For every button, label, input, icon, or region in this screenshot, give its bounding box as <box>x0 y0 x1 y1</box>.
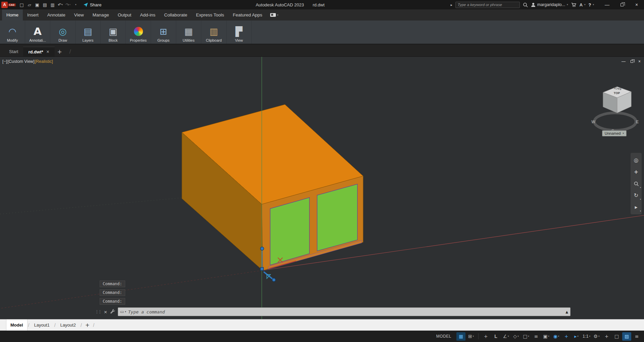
annotation-scale-button[interactable]: 1:1 ▾ <box>582 332 591 341</box>
save-as-button[interactable]: ▤ <box>41 1 49 8</box>
command-drag-handle[interactable]: ⋮⋮ <box>95 309 101 314</box>
share-button[interactable]: Share <box>83 2 102 7</box>
ribbon-panel-annotation[interactable]: A Annotati... <box>25 20 50 44</box>
user-caret-icon[interactable]: ▾ <box>567 3 568 6</box>
zoom-caret-icon[interactable]: ▾ <box>640 186 641 188</box>
ucs-dropdown[interactable]: Unnamed ▾ <box>602 130 627 136</box>
new-file-button[interactable]: □ <box>18 1 26 8</box>
customization-menu-button[interactable]: ≡ <box>632 332 641 341</box>
viewcube[interactable]: W S E BACK TOP <box>591 86 639 133</box>
isodraft-toggle[interactable]: ◇ ▾ <box>511 332 521 341</box>
grip-point-end[interactable] <box>272 278 276 282</box>
osnap-3d-caret-icon[interactable]: ▾ <box>558 335 559 338</box>
lineweight-toggle[interactable]: ≡ <box>532 332 541 341</box>
polar-tracking-toggle[interactable]: ∠ ▾ <box>501 332 510 341</box>
dynamic-ucs-toggle[interactable]: + <box>562 332 571 341</box>
model-space-label[interactable]: MODEL <box>436 334 451 339</box>
ribbon-display-toggle[interactable]: ▾ <box>267 9 282 20</box>
search-box[interactable] <box>455 2 520 8</box>
redo-button[interactable]: ↷ ▾ <box>64 1 72 8</box>
navbar-show-motion[interactable]: ▸ ▾ <box>631 201 642 213</box>
compass-west[interactable]: W <box>591 120 595 124</box>
ribbon-panel-clipboard[interactable]: ▥ Clipboard <box>201 20 227 44</box>
command-input-field[interactable]: ▭ ▾ ▲ <box>118 307 571 316</box>
graphics-performance-toggle[interactable]: ▨ <box>622 332 631 341</box>
viewport-close-icon[interactable]: × <box>638 59 641 64</box>
ribbon-panel-block[interactable]: ▣ Block <box>101 20 126 44</box>
ortho-toggle[interactable]: L <box>491 332 500 341</box>
undo-caret-icon[interactable]: ▾ <box>62 3 63 6</box>
viewport-minimize-control[interactable]: [−] <box>2 59 7 64</box>
navbar-orbit[interactable]: ↻ ▾ <box>631 189 642 201</box>
ribbon-tab-home[interactable]: Home <box>2 9 23 20</box>
object-snap-toggle[interactable]: □ ▾ <box>522 332 531 341</box>
viewport-view-control[interactable]: [Custom View] <box>7 59 34 64</box>
ribbon-tab-express-tools[interactable]: Express Tools <box>192 9 229 20</box>
orbit-caret-icon[interactable]: ▾ <box>640 198 641 200</box>
ribbon-tab-featured-apps[interactable]: Featured Apps <box>229 9 267 20</box>
close-button[interactable]: × <box>629 0 644 9</box>
annotation-scale-caret-icon[interactable]: ▾ <box>589 335 590 338</box>
visual-style-control[interactable]: [Realistic] <box>35 59 53 64</box>
open-file-button[interactable]: ▱ <box>26 1 33 8</box>
ribbon-panel-properties[interactable]: Properties <box>126 20 151 44</box>
command-input[interactable] <box>128 309 564 314</box>
navbar-pan[interactable]: + <box>631 166 642 178</box>
ribbon-display-caret-icon[interactable]: ▾ <box>277 14 279 16</box>
autodesk-app-menu[interactable]: A ▾ <box>580 2 586 7</box>
viewcube-compass-ring[interactable] <box>594 113 636 130</box>
new-drawing-tab-button[interactable]: + <box>55 47 65 56</box>
minimize-button[interactable]: — <box>600 0 614 9</box>
ribbon-panel-layers[interactable]: ▤ Layers <box>76 20 101 44</box>
plot-button[interactable]: ▥ <box>49 1 56 8</box>
ribbon-tab-add-ins[interactable]: Add-ins <box>136 9 160 20</box>
layout-tab-layout2[interactable]: Layout2 <box>56 319 80 331</box>
navbar-zoom[interactable]: ▾ <box>631 178 642 189</box>
command-options-button[interactable]: ▭ ▾ <box>120 309 126 314</box>
selection-cycling-toggle[interactable]: ▣ ▾ <box>542 332 551 341</box>
infer-constraints-toggle[interactable]: + <box>481 332 490 341</box>
grid-toggle[interactable]: ▦ <box>456 332 465 341</box>
layout-tab-layout1[interactable]: Layout1 <box>30 319 53 331</box>
search-expand-arrow[interactable]: ▸ <box>451 3 452 7</box>
save-button[interactable]: ▣ <box>34 1 41 8</box>
ribbon-tab-view[interactable]: View <box>70 9 88 20</box>
settings-button[interactable]: ⚙ ▾ <box>592 332 601 341</box>
viewport-restore-icon[interactable] <box>631 60 633 63</box>
osnap-3d-toggle[interactable]: ◉ ▾ <box>552 332 561 341</box>
help-menu[interactable]: ? ▾ <box>589 2 594 7</box>
compass-east[interactable]: E <box>636 120 639 124</box>
ribbon-tab-manage[interactable]: Manage <box>88 9 113 20</box>
grip-point-top[interactable] <box>260 247 264 250</box>
selection-cycling-caret-icon[interactable]: ▾ <box>548 335 549 338</box>
file-tab-start[interactable]: Start <box>4 47 23 56</box>
object-snap-caret-icon[interactable]: ▾ <box>528 335 529 338</box>
close-tab-icon[interactable]: × <box>46 49 50 54</box>
command-customize-icon[interactable] <box>110 309 115 315</box>
search-input[interactable] <box>458 3 517 7</box>
selection-filtering-caret-icon[interactable]: ▾ <box>577 335 579 338</box>
ribbon-tab-annotate[interactable]: Annotate <box>43 9 70 20</box>
undo-button[interactable]: ↶ ▾ <box>57 1 64 8</box>
snap-toggle[interactable]: ⊞ ▾ <box>466 332 476 341</box>
ribbon-panel-draw[interactable]: ◎ Draw <box>50 20 76 44</box>
layout-tab-model[interactable]: Model <box>6 319 28 331</box>
drawing-canvas[interactable]: W S E BACK TOP [−] [Custom View] [Realis… <box>0 57 644 319</box>
add-button[interactable]: + <box>602 332 611 341</box>
selection-filtering-toggle[interactable]: ▸ ▾ <box>572 332 581 341</box>
ribbon-tab-collaborate[interactable]: Collaborate <box>160 9 192 20</box>
ribbon-tab-insert[interactable]: Insert <box>23 9 43 20</box>
ribbon-panel-utilities[interactable]: ▦ Utilities <box>176 20 201 44</box>
redo-caret-icon[interactable]: ▾ <box>69 3 71 6</box>
restore-button[interactable] <box>614 0 629 9</box>
polar-caret-icon[interactable]: ▾ <box>508 335 509 338</box>
ribbon-panel-view[interactable]: ▛ View <box>227 20 252 44</box>
settings-caret-icon[interactable]: ▾ <box>598 335 600 338</box>
command-options-caret-icon[interactable]: ▾ <box>125 310 126 313</box>
window-left[interactable] <box>270 198 309 265</box>
isodraft-caret-icon[interactable]: ▾ <box>517 335 519 338</box>
cart-icon[interactable] <box>571 2 577 7</box>
grip-point-base[interactable] <box>260 267 263 270</box>
ribbon-panel-groups[interactable]: ⊞ Groups <box>151 20 176 44</box>
search-icon[interactable] <box>523 2 528 7</box>
